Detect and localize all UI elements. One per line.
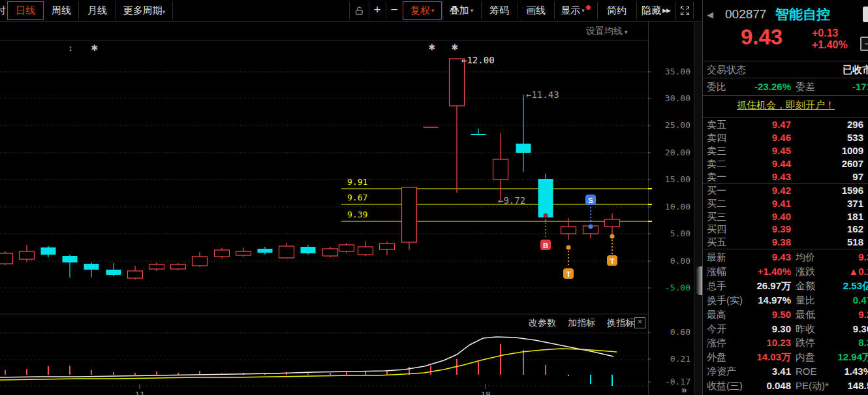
stat-label: 总手 xyxy=(707,279,726,293)
tab-monthly[interactable]: 月线 xyxy=(79,1,116,20)
candlestick[interactable] xyxy=(149,264,164,269)
sell-order-row[interactable]: 卖一9.4397 xyxy=(703,170,868,183)
tab-daily[interactable]: 日线 xyxy=(7,1,44,20)
draw-line-button[interactable]: 画线 xyxy=(518,1,554,20)
candlestick[interactable] xyxy=(41,247,56,255)
unlock-icon xyxy=(354,6,364,16)
sell-order-row[interactable]: 卖三9.451009 xyxy=(703,144,868,157)
alert-level-label: 9.39 xyxy=(347,210,367,219)
chevron-down-icon: ▾ xyxy=(625,29,628,35)
hide-button-label: 隐藏 xyxy=(642,5,661,17)
stock-name: 智能自控 xyxy=(775,5,830,24)
simple-mode-button[interactable]: 简约 xyxy=(597,1,636,20)
lock-button[interactable] xyxy=(349,1,369,20)
open-account-link[interactable]: 抓住机会，即刻开户！ xyxy=(737,99,835,110)
overlay-button[interactable]: 叠加▾ xyxy=(442,1,481,20)
order-price: 9.43 xyxy=(729,170,791,183)
stat-value: 26.97万 xyxy=(729,279,791,293)
event-marker-icon[interactable]: ✱ xyxy=(91,43,99,53)
collapse-panel-button[interactable]: − xyxy=(860,37,868,51)
event-marker-icon[interactable]: ✱ xyxy=(429,42,436,52)
display-button[interactable]: 显示▾ xyxy=(554,1,597,20)
candlestick[interactable] xyxy=(323,249,338,256)
order-price: 9.38 xyxy=(729,236,791,249)
chart-scrollbar[interactable] xyxy=(694,22,703,395)
stat-value: 9.2 xyxy=(801,308,868,322)
candlestick[interactable] xyxy=(63,256,78,262)
quote-panel: ◀ 002877 智能自控 9.43 +0.13 +1.40% − 交易状态 已… xyxy=(702,0,868,395)
panel-divider xyxy=(703,183,868,184)
buy-order-row[interactable]: 买三9.40181 xyxy=(703,210,868,223)
indicator-close-button[interactable]: × xyxy=(634,317,645,328)
indicator-link-1[interactable]: 加指标 xyxy=(568,317,595,329)
order-volume: 1596 xyxy=(794,184,863,197)
sell-order-row[interactable]: 卖五9.47296 xyxy=(703,118,868,131)
candlestick[interactable] xyxy=(471,134,486,135)
clipped-header-button[interactable] xyxy=(863,7,868,22)
event-marker-icon[interactable]: ↕ xyxy=(69,43,73,53)
candlestick[interactable] xyxy=(358,247,373,255)
candlestick[interactable] xyxy=(279,246,294,258)
buy-order-row[interactable]: 买五9.38518 xyxy=(703,236,868,249)
buy-order-row[interactable]: 买四9.39162 xyxy=(703,223,868,236)
tab-more-periods[interactable]: 更多周期▾ xyxy=(116,1,173,20)
chevron-down-icon: ▾ xyxy=(581,7,585,14)
order-level-label: 卖五 xyxy=(707,118,726,131)
candlestick[interactable] xyxy=(106,270,121,275)
zoom-out-button[interactable]: − xyxy=(386,1,403,20)
adjust-price-button[interactable]: 复权▾ xyxy=(403,1,442,20)
tab-monthly-label: 月线 xyxy=(87,5,107,16)
candlestick-chart-canvas[interactable]: 9.919.679.39←12.00←11.43←9.72↕✱✱✱BTST111… xyxy=(0,0,654,395)
y-axis-label: 0.60 xyxy=(653,327,690,337)
last-price: 9.43 xyxy=(741,25,783,50)
hide-button[interactable]: 隐藏▶▶ xyxy=(636,1,675,20)
candlestick[interactable] xyxy=(258,249,273,253)
candlestick[interactable] xyxy=(380,244,395,249)
indicator-link-2[interactable]: 换指标 xyxy=(607,317,634,329)
order-level-label: 卖三 xyxy=(707,144,726,157)
order-level-label: 买三 xyxy=(707,210,726,223)
candlestick[interactable] xyxy=(301,247,316,253)
buy-order-row[interactable]: 买二9.41371 xyxy=(703,197,868,210)
price-change-block: +0.13 +1.40% xyxy=(812,27,848,51)
candlestick[interactable] xyxy=(215,250,230,257)
trade-status-label: 交易状态 xyxy=(707,62,746,78)
ma-settings-dropdown[interactable]: 设置均线▾ xyxy=(586,25,628,37)
event-marker-icon[interactable]: ✱ xyxy=(452,42,459,52)
candlestick[interactable] xyxy=(605,219,620,227)
order-price: 9.40 xyxy=(729,210,791,223)
notification-dot-icon xyxy=(586,5,591,10)
candlestick[interactable] xyxy=(84,264,99,270)
chips-button[interactable]: 筹码 xyxy=(481,1,518,20)
candlestick[interactable] xyxy=(339,245,354,251)
stat-value: 9.3 xyxy=(801,250,868,264)
trade-marker-2-dot xyxy=(610,234,615,239)
order-level-label: 卖一 xyxy=(707,170,726,183)
candlestick[interactable] xyxy=(402,187,417,242)
candlestick[interactable] xyxy=(0,253,13,264)
candlestick[interactable] xyxy=(493,159,508,180)
buy-order-row[interactable]: 买一9.421596 xyxy=(703,184,868,197)
candlestick[interactable] xyxy=(516,144,531,153)
candlestick[interactable] xyxy=(193,257,208,266)
candlestick[interactable] xyxy=(538,179,553,217)
candlestick[interactable] xyxy=(128,271,143,278)
sell-marker-letter: S xyxy=(588,197,593,204)
candlestick[interactable] xyxy=(171,264,186,269)
candlestick[interactable] xyxy=(20,251,35,259)
tab-weekly[interactable]: 周线 xyxy=(44,1,79,20)
sell-order-row[interactable]: 卖四9.46533 xyxy=(703,131,868,144)
sell-order-row[interactable]: 卖二9.442607 xyxy=(703,157,868,170)
candlestick[interactable] xyxy=(450,59,465,106)
zoom-in-button[interactable]: + xyxy=(369,1,386,20)
clipped-period-tab[interactable]: 时 xyxy=(0,5,6,17)
expand-dates-icon[interactable]: » xyxy=(681,384,687,395)
adjust-price-button-label: 复权 xyxy=(411,5,430,17)
stat-value: 12.94万 xyxy=(801,350,868,364)
candlestick[interactable] xyxy=(236,251,251,255)
candlestick[interactable] xyxy=(561,227,576,234)
fullscreen-button[interactable] xyxy=(675,1,694,20)
back-arrow-icon[interactable]: ◀ xyxy=(707,10,713,20)
indicator-link-0[interactable]: 改参数 xyxy=(529,317,556,329)
stat-row: 涨停10.23跌停8.3 xyxy=(703,336,868,350)
